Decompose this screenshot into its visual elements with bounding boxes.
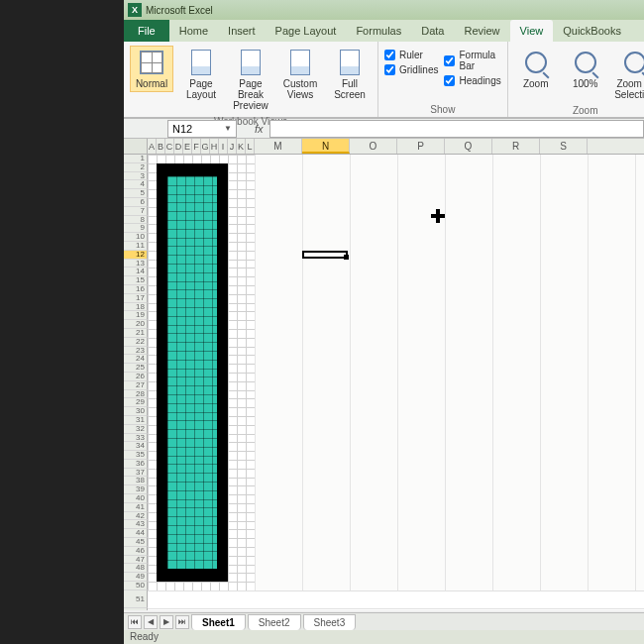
excel-window: X Microsoft Excel File HomeInsertPage La… xyxy=(124,0,644,644)
custom-views-button[interactable]: Custom Views xyxy=(278,46,322,103)
sheet-tab-sheet1[interactable]: Sheet1 xyxy=(191,614,246,630)
cursor-cross-icon xyxy=(431,209,445,223)
status-text: Ready xyxy=(130,631,159,642)
zoom-100-button[interactable]: 100% xyxy=(564,46,607,92)
formula-bar: N12 ▼ fx xyxy=(124,119,644,139)
name-box[interactable]: N12 ▼ xyxy=(167,120,237,138)
sheet-nav-prev[interactable]: ◀ xyxy=(144,615,158,629)
group-label: Show xyxy=(384,102,501,115)
gridlines-checkbox[interactable]: Gridlines xyxy=(384,64,438,75)
col-header-Q[interactable]: Q xyxy=(445,139,492,154)
page-break-preview-button[interactable]: Page Break Preview xyxy=(229,46,272,114)
tab-insert[interactable]: Insert xyxy=(218,20,266,42)
tab-quickbooks[interactable]: QuickBooks xyxy=(553,20,631,42)
column-headers: ABCDEFGHIJKL MNOPQRS xyxy=(124,139,644,155)
row-header-50[interactable]: 50 xyxy=(124,582,148,590)
magnifier-icon xyxy=(522,49,550,76)
grid-icon xyxy=(138,49,165,76)
select-all-corner[interactable] xyxy=(124,139,148,154)
page-layout-button[interactable]: Page Layout xyxy=(179,46,223,103)
col-header-F[interactable]: F xyxy=(192,139,201,154)
col-header-O[interactable]: O xyxy=(350,139,397,154)
col-header-S[interactable]: S xyxy=(540,139,588,154)
col-header-C[interactable]: C xyxy=(165,139,174,154)
titlebar: X Microsoft Excel xyxy=(124,0,644,20)
sheet-nav-next[interactable]: ▶ xyxy=(160,615,173,629)
tab-view[interactable]: View xyxy=(510,20,554,42)
magnifier-icon xyxy=(621,49,644,76)
ribbon: Normal Page Layout Page Break Preview Cu… xyxy=(124,42,644,119)
magnifier-icon xyxy=(572,49,599,76)
col-header-J[interactable]: J xyxy=(228,139,237,154)
excel-icon: X xyxy=(128,3,142,17)
normal-view-button[interactable]: Normal xyxy=(130,46,173,92)
pixel-art-fill xyxy=(167,176,217,569)
ruler-checkbox[interactable]: Ruler xyxy=(384,50,438,60)
col-header-P[interactable]: P xyxy=(397,139,445,154)
row-header-51[interactable]: 51 xyxy=(124,590,148,608)
tab-file[interactable]: File xyxy=(124,20,169,42)
sheet-nav-last[interactable]: ⏭ xyxy=(175,615,189,629)
group-label: Zoom xyxy=(514,103,644,116)
tab-home[interactable]: Home xyxy=(169,20,218,42)
fx-icon[interactable]: fx xyxy=(255,123,264,135)
col-header-E[interactable]: E xyxy=(183,139,192,154)
sheet-tab-sheet3[interactable]: Sheet3 xyxy=(303,614,357,630)
formula-input[interactable] xyxy=(269,120,644,138)
headings-checkbox[interactable]: Headings xyxy=(444,75,500,86)
page-icon xyxy=(336,49,364,76)
col-header-B[interactable]: B xyxy=(157,139,165,154)
row-headers: 1234567891011121314151617181920212223242… xyxy=(124,155,148,610)
col-header-I[interactable]: I xyxy=(219,139,228,154)
col-header-H[interactable]: H xyxy=(210,139,219,154)
col-header-A[interactable]: A xyxy=(148,139,157,154)
zoom-button[interactable]: Zoom xyxy=(514,46,558,92)
ribbon-tabs: File HomeInsertPage LayoutFormulasDataRe… xyxy=(124,20,644,42)
wide-columns-grid[interactable] xyxy=(255,155,644,590)
tab-page-layout[interactable]: Page Layout xyxy=(266,20,347,42)
sheet-tab-sheet2[interactable]: Sheet2 xyxy=(248,614,301,630)
worksheet[interactable]: 1234567891011121314151617181920212223242… xyxy=(124,155,644,610)
chevron-down-icon: ▼ xyxy=(224,124,232,133)
tab-data[interactable]: Data xyxy=(411,20,454,42)
col-header-G[interactable]: G xyxy=(201,139,210,154)
page-icon xyxy=(286,49,314,76)
col-header-L[interactable]: L xyxy=(246,139,255,154)
zoom-to-selection-button[interactable]: Zoom to Selection xyxy=(613,46,644,103)
col-header-D[interactable]: D xyxy=(174,139,183,154)
row-header-52[interactable]: 52 xyxy=(124,608,148,610)
group-workbook-views: Normal Page Layout Page Break Preview Cu… xyxy=(124,42,378,117)
col-header-N[interactable]: N xyxy=(302,139,350,154)
formula-bar-checkbox[interactable]: Formula Bar xyxy=(444,50,500,71)
tab-formulas[interactable]: Formulas xyxy=(346,20,411,42)
tab-review[interactable]: Review xyxy=(454,20,509,42)
app-title: Microsoft Excel xyxy=(146,5,213,16)
col-header-K[interactable]: K xyxy=(237,139,246,154)
col-header-M[interactable]: M xyxy=(255,139,302,154)
full-screen-button[interactable]: Full Screen xyxy=(328,46,372,103)
status-bar: Ready xyxy=(124,630,644,644)
lower-rows-grid[interactable] xyxy=(148,590,644,610)
pixel-art-border xyxy=(157,163,228,582)
sheet-nav-first[interactable]: ⏮ xyxy=(128,615,142,629)
page-icon xyxy=(237,49,265,76)
col-header-R[interactable]: R xyxy=(492,139,540,154)
group-zoom: Zoom 100% Zoom to Selection Zoom xyxy=(508,42,644,117)
sheet-tab-bar: ⏮ ◀ ▶ ⏭ Sheet1Sheet2Sheet3 xyxy=(124,612,644,630)
active-cell[interactable] xyxy=(302,251,348,259)
group-show: Ruler Gridlines Formula Bar Headings Sho… xyxy=(378,42,508,117)
page-icon xyxy=(187,49,215,76)
